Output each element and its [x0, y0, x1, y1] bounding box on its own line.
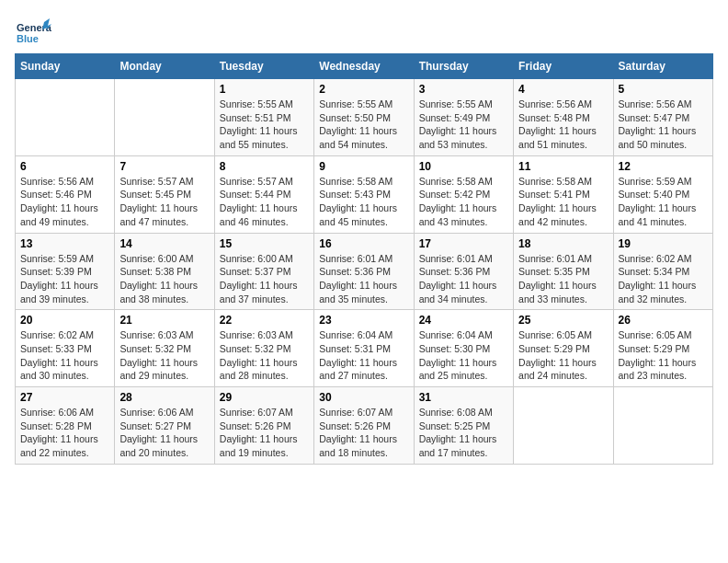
- day-info: Sunrise: 6:02 AM Sunset: 5:33 PM Dayligh…: [20, 328, 109, 383]
- day-number: 13: [20, 237, 109, 250]
- day-info: Sunrise: 6:06 AM Sunset: 5:28 PM Dayligh…: [20, 406, 109, 460]
- day-number: 31: [419, 391, 508, 404]
- logo: General Blue: [15, 15, 44, 44]
- day-info: Sunrise: 5:55 AM Sunset: 5:51 PM Dayligh…: [220, 98, 309, 152]
- day-info: Sunrise: 5:56 AM Sunset: 5:47 PM Dayligh…: [619, 98, 708, 152]
- day-cell: 4Sunrise: 5:56 AM Sunset: 5:48 PM Daylig…: [514, 79, 613, 156]
- day-cell: 16Sunrise: 6:01 AM Sunset: 5:36 PM Dayli…: [314, 233, 414, 310]
- day-info: Sunrise: 6:03 AM Sunset: 5:32 PM Dayligh…: [220, 328, 309, 383]
- day-info: Sunrise: 6:03 AM Sunset: 5:32 PM Dayligh…: [119, 328, 209, 383]
- day-cell: 13Sunrise: 5:59 AM Sunset: 5:39 PM Dayli…: [16, 233, 115, 310]
- day-info: Sunrise: 6:04 AM Sunset: 5:30 PM Dayligh…: [419, 328, 508, 383]
- day-cell: [115, 79, 214, 156]
- day-info: Sunrise: 6:06 AM Sunset: 5:27 PM Dayligh…: [119, 406, 209, 460]
- day-info: Sunrise: 5:58 AM Sunset: 5:42 PM Dayligh…: [419, 175, 508, 229]
- day-cell: 27Sunrise: 6:06 AM Sunset: 5:28 PM Dayli…: [16, 387, 115, 465]
- week-row-5: 27Sunrise: 6:06 AM Sunset: 5:28 PM Dayli…: [16, 387, 713, 465]
- day-cell: 10Sunrise: 5:58 AM Sunset: 5:42 PM Dayli…: [414, 155, 513, 233]
- day-number: 24: [419, 314, 508, 327]
- day-info: Sunrise: 5:58 AM Sunset: 5:43 PM Dayligh…: [319, 175, 408, 229]
- day-number: 1: [220, 83, 309, 96]
- day-number: 21: [119, 314, 209, 327]
- day-cell: 1Sunrise: 5:55 AM Sunset: 5:51 PM Daylig…: [214, 79, 313, 156]
- day-number: 29: [220, 391, 309, 404]
- day-cell: 22Sunrise: 6:03 AM Sunset: 5:32 PM Dayli…: [214, 310, 313, 387]
- day-cell: [16, 79, 115, 156]
- day-info: Sunrise: 6:08 AM Sunset: 5:25 PM Dayligh…: [419, 406, 508, 460]
- week-row-3: 13Sunrise: 5:59 AM Sunset: 5:39 PM Dayli…: [16, 233, 713, 310]
- day-number: 14: [119, 237, 209, 250]
- day-cell: [514, 387, 613, 465]
- day-info: Sunrise: 6:07 AM Sunset: 5:26 PM Dayligh…: [319, 406, 408, 460]
- column-header-sunday: Sunday: [16, 54, 115, 79]
- day-info: Sunrise: 5:55 AM Sunset: 5:49 PM Dayligh…: [419, 98, 508, 152]
- day-cell: 25Sunrise: 6:05 AM Sunset: 5:29 PM Dayli…: [514, 310, 613, 387]
- page-header: General Blue: [15, 15, 713, 44]
- day-info: Sunrise: 6:07 AM Sunset: 5:26 PM Dayligh…: [220, 406, 309, 460]
- day-cell: 21Sunrise: 6:03 AM Sunset: 5:32 PM Dayli…: [115, 310, 214, 387]
- day-number: 15: [220, 237, 309, 250]
- day-cell: 26Sunrise: 6:05 AM Sunset: 5:29 PM Dayli…: [613, 310, 712, 387]
- day-number: 30: [319, 391, 408, 404]
- day-number: 6: [20, 160, 109, 173]
- day-number: 28: [119, 391, 209, 404]
- day-info: Sunrise: 5:56 AM Sunset: 5:46 PM Dayligh…: [20, 175, 109, 229]
- day-cell: 15Sunrise: 6:00 AM Sunset: 5:37 PM Dayli…: [214, 233, 313, 310]
- day-info: Sunrise: 6:05 AM Sunset: 5:29 PM Dayligh…: [518, 328, 608, 383]
- day-info: Sunrise: 6:00 AM Sunset: 5:37 PM Dayligh…: [220, 252, 309, 306]
- week-row-1: 1Sunrise: 5:55 AM Sunset: 5:51 PM Daylig…: [16, 79, 713, 156]
- column-header-saturday: Saturday: [613, 54, 712, 79]
- day-info: Sunrise: 6:00 AM Sunset: 5:38 PM Dayligh…: [119, 252, 209, 306]
- day-cell: 17Sunrise: 6:01 AM Sunset: 5:36 PM Dayli…: [414, 233, 513, 310]
- day-cell: 18Sunrise: 6:01 AM Sunset: 5:35 PM Dayli…: [514, 233, 613, 310]
- day-info: Sunrise: 6:01 AM Sunset: 5:35 PM Dayligh…: [518, 252, 608, 306]
- day-info: Sunrise: 6:05 AM Sunset: 5:29 PM Dayligh…: [619, 328, 708, 383]
- day-number: 23: [319, 314, 408, 327]
- logo-icon: General Blue: [15, 15, 44, 44]
- day-cell: 28Sunrise: 6:06 AM Sunset: 5:27 PM Dayli…: [115, 387, 214, 465]
- day-cell: 2Sunrise: 5:55 AM Sunset: 5:50 PM Daylig…: [314, 79, 414, 156]
- day-cell: 24Sunrise: 6:04 AM Sunset: 5:30 PM Dayli…: [414, 310, 513, 387]
- day-number: 9: [319, 160, 408, 173]
- day-number: 19: [619, 237, 708, 250]
- day-number: 25: [518, 314, 608, 327]
- day-info: Sunrise: 6:01 AM Sunset: 5:36 PM Dayligh…: [419, 252, 508, 306]
- day-info: Sunrise: 5:55 AM Sunset: 5:50 PM Dayligh…: [319, 98, 408, 152]
- day-number: 17: [419, 237, 508, 250]
- week-row-4: 20Sunrise: 6:02 AM Sunset: 5:33 PM Dayli…: [16, 310, 713, 387]
- column-header-monday: Monday: [115, 54, 214, 79]
- day-cell: 5Sunrise: 5:56 AM Sunset: 5:47 PM Daylig…: [613, 79, 712, 156]
- day-cell: 20Sunrise: 6:02 AM Sunset: 5:33 PM Dayli…: [16, 310, 115, 387]
- day-info: Sunrise: 5:56 AM Sunset: 5:48 PM Dayligh…: [518, 98, 608, 152]
- week-row-2: 6Sunrise: 5:56 AM Sunset: 5:46 PM Daylig…: [16, 155, 713, 233]
- day-cell: 6Sunrise: 5:56 AM Sunset: 5:46 PM Daylig…: [16, 155, 115, 233]
- day-number: 3: [419, 83, 508, 96]
- day-cell: 29Sunrise: 6:07 AM Sunset: 5:26 PM Dayli…: [214, 387, 313, 465]
- day-number: 18: [518, 237, 608, 250]
- day-number: 12: [619, 160, 708, 173]
- day-number: 4: [518, 83, 608, 96]
- day-info: Sunrise: 6:02 AM Sunset: 5:34 PM Dayligh…: [619, 252, 708, 306]
- day-cell: [613, 387, 712, 465]
- day-cell: 14Sunrise: 6:00 AM Sunset: 5:38 PM Dayli…: [115, 233, 214, 310]
- day-number: 7: [119, 160, 209, 173]
- day-info: Sunrise: 5:59 AM Sunset: 5:40 PM Dayligh…: [619, 175, 708, 229]
- day-number: 22: [220, 314, 309, 327]
- day-info: Sunrise: 6:04 AM Sunset: 5:31 PM Dayligh…: [319, 328, 408, 383]
- day-cell: 19Sunrise: 6:02 AM Sunset: 5:34 PM Dayli…: [613, 233, 712, 310]
- day-number: 26: [619, 314, 708, 327]
- day-info: Sunrise: 6:01 AM Sunset: 5:36 PM Dayligh…: [319, 252, 408, 306]
- day-cell: 7Sunrise: 5:57 AM Sunset: 5:45 PM Daylig…: [115, 155, 214, 233]
- column-header-thursday: Thursday: [414, 54, 513, 79]
- day-cell: 31Sunrise: 6:08 AM Sunset: 5:25 PM Dayli…: [414, 387, 513, 465]
- day-number: 8: [220, 160, 309, 173]
- column-header-tuesday: Tuesday: [214, 54, 313, 79]
- day-number: 5: [619, 83, 708, 96]
- day-cell: 12Sunrise: 5:59 AM Sunset: 5:40 PM Dayli…: [613, 155, 712, 233]
- day-cell: 23Sunrise: 6:04 AM Sunset: 5:31 PM Dayli…: [314, 310, 414, 387]
- day-cell: 8Sunrise: 5:57 AM Sunset: 5:44 PM Daylig…: [214, 155, 313, 233]
- column-header-wednesday: Wednesday: [314, 54, 414, 79]
- column-header-friday: Friday: [514, 54, 613, 79]
- day-number: 2: [319, 83, 408, 96]
- day-number: 16: [319, 237, 408, 250]
